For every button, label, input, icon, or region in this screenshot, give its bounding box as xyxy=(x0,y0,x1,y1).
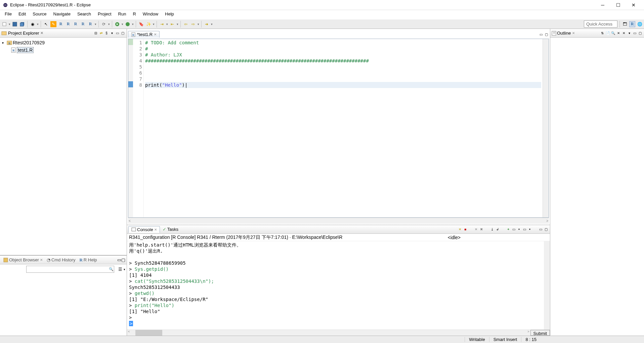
perspective-r-icon[interactable]: R xyxy=(629,21,635,27)
outline-tool-4-icon[interactable]: ✕ xyxy=(616,31,621,35)
svg-rect-4 xyxy=(20,23,24,26)
outline-tool-3-icon[interactable]: 🔍 xyxy=(610,31,616,35)
close-view-icon[interactable]: ✕ xyxy=(40,31,43,35)
tree-file[interactable]: R test1.R xyxy=(2,46,125,54)
submit-button[interactable]: Submit xyxy=(530,330,550,336)
console-body[interactable]: 用'help.start()'通过HTML浏览器来看帮助文件。用'q()'退出R… xyxy=(127,241,550,330)
highlight-icon[interactable]: ✎ xyxy=(50,21,56,27)
close-button[interactable]: ✕ xyxy=(626,0,641,10)
minimize-view-icon[interactable]: ▭ xyxy=(632,31,637,35)
goto-icon-1[interactable]: ⇥ xyxy=(159,21,165,27)
r-icon-3[interactable]: R xyxy=(73,21,79,27)
svg-text:R: R xyxy=(12,49,15,52)
ob-btn-1-icon[interactable]: ☰ xyxy=(118,267,122,272)
menu-project[interactable]: Project xyxy=(95,11,114,19)
save-all-icon[interactable] xyxy=(19,21,25,27)
run-icon[interactable] xyxy=(114,21,120,27)
close-tab-icon[interactable]: ✕ xyxy=(154,33,157,36)
save-icon[interactable] xyxy=(12,21,18,27)
new-icon[interactable] xyxy=(1,21,7,27)
object-browser-search[interactable] xyxy=(26,266,114,273)
outline-tool-5-icon[interactable]: ✕ xyxy=(621,31,627,35)
editor-tab[interactable]: R *test1.R ✕ xyxy=(128,31,160,38)
view-menu-icon[interactable]: ▾ xyxy=(109,31,115,36)
r-icon-4[interactable]: R xyxy=(80,21,86,27)
menu-edit[interactable]: Edit xyxy=(16,11,29,19)
display-console-icon[interactable]: ▭ xyxy=(511,227,516,231)
tab-object-browser[interactable]: Object Browser ✕ xyxy=(1,257,45,263)
console-scrollbar-h[interactable]: < > Submit xyxy=(127,330,550,336)
menu-help[interactable]: Help xyxy=(162,11,177,19)
outline-tool-2-icon[interactable]: 📄 xyxy=(605,31,610,35)
console-scrollbar-v[interactable] xyxy=(544,241,550,330)
refresh-icon[interactable]: ⟳ xyxy=(101,21,107,27)
remove-launch-icon[interactable]: ✕ xyxy=(473,227,479,231)
menu-source[interactable]: Source xyxy=(30,11,49,19)
tab-r-help[interactable]: R R Help xyxy=(77,257,99,263)
globe-icon[interactable]: ◉ xyxy=(30,21,36,27)
pin-console-icon[interactable]: ✦ xyxy=(506,227,511,231)
wand-icon[interactable]: ✨ xyxy=(145,21,152,27)
clear-console-icon[interactable]: ✕ xyxy=(457,227,463,231)
object-browser-icon xyxy=(3,258,8,262)
close-view-icon[interactable]: ✕ xyxy=(572,31,575,35)
outline-tool-1-icon[interactable]: ⇅ xyxy=(600,31,605,35)
remove-all-icon[interactable]: ✖ xyxy=(479,227,484,231)
minimize-view-icon[interactable]: ▭ xyxy=(538,227,543,231)
maximize-view-icon[interactable]: ▢ xyxy=(120,31,125,36)
maximize-view-icon[interactable]: ▢ xyxy=(637,31,643,35)
maximize-button[interactable]: ☐ xyxy=(610,0,626,10)
stop-console-icon[interactable]: ■ xyxy=(463,227,468,231)
svg-rect-7 xyxy=(2,32,6,35)
fwd-icon[interactable]: ⇨ xyxy=(190,21,196,27)
word-wrap-icon[interactable]: ↲ xyxy=(495,227,500,231)
titlebar: Eclipse - Rtest20170929/test1.R - Eclips… xyxy=(0,0,644,10)
minimize-button[interactable]: ─ xyxy=(595,0,610,10)
maximize-editor-icon[interactable]: ▢ xyxy=(544,33,549,36)
maximize-view-icon[interactable]: ▢ xyxy=(543,227,549,231)
maximize-view-icon[interactable]: ▢ xyxy=(121,257,125,262)
close-icon[interactable]: ✕ xyxy=(40,258,43,262)
tree-project[interactable]: ▾ R Rtest20170929 xyxy=(2,39,125,46)
tab-console[interactable]: Console ✕ xyxy=(128,226,160,233)
scroll-lock-icon[interactable]: ⤓ xyxy=(489,227,495,231)
link-editor-icon[interactable]: ⇄ xyxy=(98,31,104,36)
tag-icon[interactable]: 🔖 xyxy=(138,21,144,27)
next-icon[interactable]: ➜ xyxy=(204,21,210,27)
close-icon[interactable]: ✕ xyxy=(154,228,157,231)
goto-icon-2[interactable]: ⇤ xyxy=(169,21,175,27)
editor-scrollbar-v[interactable] xyxy=(543,39,549,217)
menu-r[interactable]: R xyxy=(130,11,138,19)
menu-file[interactable]: File xyxy=(2,11,14,19)
clear-search-icon[interactable]: 🔍 xyxy=(109,267,114,271)
editor-scrollbar-h[interactable]: <> xyxy=(128,218,549,224)
r-icon-5[interactable]: R xyxy=(87,21,93,27)
minimize-view-icon[interactable]: ▭ xyxy=(115,31,120,36)
back-icon[interactable]: ⇦ xyxy=(183,21,189,27)
minimize-view-icon[interactable]: ▭ xyxy=(117,257,121,262)
minimize-editor-icon[interactable]: ▭ xyxy=(538,33,544,36)
perspective-2-icon[interactable]: 🌐 xyxy=(637,21,643,27)
menu-navigate[interactable]: Navigate xyxy=(51,11,73,19)
outline-menu-icon[interactable]: ▾ xyxy=(627,31,632,35)
tab-tasks[interactable]: ✓ Tasks xyxy=(160,226,181,232)
status-insert: Smart Insert xyxy=(489,337,521,342)
svg-text:R: R xyxy=(8,42,11,45)
window-title: Eclipse - Rtest20170929/test1.R - Eclips… xyxy=(10,2,595,7)
ob-menu-icon[interactable]: ▾ xyxy=(124,268,125,271)
collapse-all-icon[interactable]: ⊟ xyxy=(93,31,98,36)
code-editor[interactable]: 12345678 # TODO: Add comment## Author: L… xyxy=(128,39,549,218)
r-icon-2[interactable]: R xyxy=(65,21,71,27)
menu-window[interactable]: Window xyxy=(140,11,161,19)
r-icon-1[interactable]: R xyxy=(58,21,64,27)
tab-cmd-history[interactable]: ◔ Cmd History xyxy=(45,257,78,263)
quick-access-input[interactable]: Quick Access xyxy=(584,20,617,28)
pointer-icon[interactable]: ↖ xyxy=(43,21,49,27)
menu-search[interactable]: Search xyxy=(75,11,94,19)
run-ext-icon[interactable] xyxy=(125,21,131,27)
perspective-1-icon[interactable]: 🗔 xyxy=(622,21,628,27)
open-console-icon[interactable]: ▭ xyxy=(522,227,527,231)
focus-icon[interactable]: § xyxy=(104,31,109,36)
tree-twisty-icon[interactable]: ▾ xyxy=(2,41,6,45)
menu-run[interactable]: Run xyxy=(116,11,129,19)
